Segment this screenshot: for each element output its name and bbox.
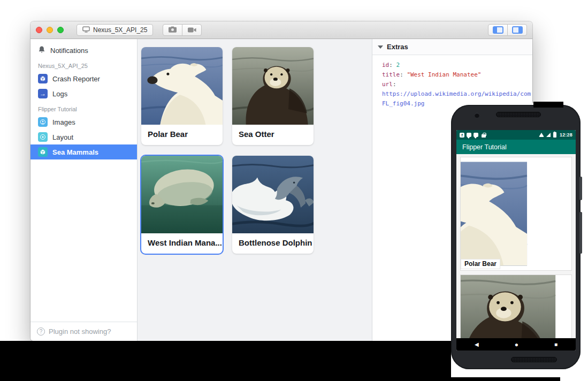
card-polar-bear[interactable]: Polar Bear: [141, 47, 223, 145]
phone-card-label: Polar Bear: [461, 259, 500, 269]
json-value-url-line1: https://upload.wikimedia.org/wikipedia/c…: [382, 89, 532, 99]
sidebar-item-notifications[interactable]: Notifications: [30, 43, 137, 58]
status-time: 12:28: [560, 132, 572, 138]
extras-json-view: id2 title"West Indian Manatee" url https…: [372, 55, 532, 109]
sidebar-item-logs[interactable]: → Logs: [30, 86, 137, 101]
phone-card-polar-bear: Polar Bear: [460, 157, 572, 271]
phone-statusbar: f 12:28: [456, 130, 576, 140]
logs-label: Logs: [52, 90, 67, 98]
phone-card-sea-otter: [460, 275, 572, 338]
android-back-icon: ◀: [475, 342, 479, 347]
json-value-id: 2: [396, 62, 400, 68]
phone-appbar: Flipper Tutorial: [456, 140, 576, 154]
json-value-title: "West Indian Manatee": [407, 71, 481, 78]
phone-screen: f 12:28 Flipper Tutorial Polar Bear ◀ ●: [456, 130, 576, 350]
minimize-window-button[interactable]: [47, 27, 53, 33]
chat-notification-icon: [467, 133, 471, 137]
sea-mammals-plugin-view: Polar Bear Sea Otter West Indian Mana...…: [138, 39, 372, 341]
sidebar-item-sea-mammals[interactable]: Sea Mammals: [30, 144, 137, 159]
left-panel-icon: [493, 26, 503, 34]
card-west-indian-manatee[interactable]: West Indian Mana...: [141, 156, 223, 254]
bell-icon: [38, 45, 45, 55]
json-key-title: title: [382, 71, 407, 78]
logs-arrow-icon: →: [38, 89, 48, 98]
zoom-window-button[interactable]: [57, 27, 64, 33]
cell-signal-icon: [546, 133, 551, 137]
card-sea-otter[interactable]: Sea Otter: [232, 47, 314, 145]
manatee-image: [141, 156, 223, 233]
lock-notification-icon: [482, 133, 486, 138]
battery-icon: [553, 132, 556, 138]
extras-title: Extras: [387, 43, 408, 51]
wifi-icon: [539, 133, 544, 137]
card-title: Bottlenose Dolphin: [232, 233, 314, 247]
right-panel-icon: [512, 26, 523, 34]
images-user-icon: [38, 117, 48, 127]
phone-polar-bear-image: [461, 157, 571, 270]
app-section-label: Flipper Tutorial: [30, 101, 137, 115]
nexus-phone-mockup: f 12:28 Flipper Tutorial Polar Bear ◀ ●: [451, 105, 581, 369]
polar-bear-image: [141, 47, 223, 125]
plugin-help-label: Plugin not showing?: [49, 327, 111, 336]
toggle-right-sidebar-button[interactable]: [507, 24, 527, 36]
sea-mammals-cube-icon: [38, 147, 48, 157]
phone-bottom-speaker-grille: [511, 357, 557, 362]
disclosure-triangle-icon: [378, 45, 383, 49]
window-toolbar: Nexus_5X_API_25: [30, 21, 532, 39]
close-window-button[interactable]: [36, 27, 42, 33]
notifications-label: Notifications: [50, 47, 88, 55]
layout-label: Layout: [52, 133, 73, 141]
background-black-band-left: [0, 341, 452, 381]
android-home-icon: ●: [515, 341, 518, 348]
phone-power-button: [579, 177, 582, 200]
card-bottlenose-dolphin[interactable]: Bottlenose Dolphin: [232, 156, 314, 254]
sea-otter-image: [232, 47, 314, 125]
traffic-lights: [36, 27, 64, 33]
card-title: West Indian Mana...: [141, 233, 223, 247]
plugin-help-link[interactable]: ? Plugin not showing?: [30, 322, 137, 341]
card-title: Polar Bear: [141, 125, 223, 139]
screenshot-button[interactable]: [163, 24, 182, 36]
extras-header[interactable]: Extras: [372, 39, 532, 55]
plugin-sidebar: Notifications Nexus_5X_API_25 Crash Repo…: [30, 39, 138, 341]
device-selector-label: Nexus_5X_API_25: [93, 26, 147, 34]
phone-appbar-title: Flipper Tutorial: [462, 143, 507, 151]
android-recents-icon: ■: [554, 342, 558, 347]
json-key-url: url: [382, 81, 396, 88]
sidebar-item-layout[interactable]: Layout: [30, 129, 137, 144]
screen-record-button[interactable]: [182, 24, 202, 36]
json-key-id: id: [382, 62, 396, 68]
phone-sea-otter-image: [461, 275, 571, 338]
sidebar-item-images[interactable]: Images: [30, 115, 137, 129]
background-black-band-bottom: [452, 377, 560, 381]
camera-icon: [169, 25, 177, 35]
phone-navbar: ◀ ● ■: [456, 338, 576, 350]
facebook-notification-icon: f: [460, 133, 464, 138]
monitor-icon: [82, 26, 90, 34]
sea-mammals-label: Sea Mammals: [52, 148, 98, 156]
phone-earpiece-grille: [496, 112, 541, 117]
chat-notification-icon: [474, 133, 478, 137]
toggle-left-sidebar-button[interactable]: [488, 24, 508, 36]
phone-volume-button: [579, 212, 582, 254]
device-section-label: Nexus_5X_API_25: [30, 58, 137, 71]
phone-top-black-band: [533, 102, 563, 108]
images-label: Images: [52, 118, 75, 126]
sidebar-item-crash-reporter[interactable]: Crash Reporter: [30, 71, 137, 86]
layout-target-icon: [38, 132, 48, 142]
device-selector-button[interactable]: Nexus_5X_API_25: [77, 24, 153, 36]
card-title: Sea Otter: [232, 125, 314, 139]
video-camera-icon: [188, 25, 196, 35]
phone-front-camera: [475, 113, 479, 118]
crash-reporter-label: Crash Reporter: [52, 75, 100, 83]
crash-reporter-cube-icon: [38, 74, 48, 83]
dolphin-image: [232, 156, 314, 233]
question-mark-icon: ?: [37, 327, 45, 336]
phone-list: Polar Bear: [456, 154, 576, 338]
